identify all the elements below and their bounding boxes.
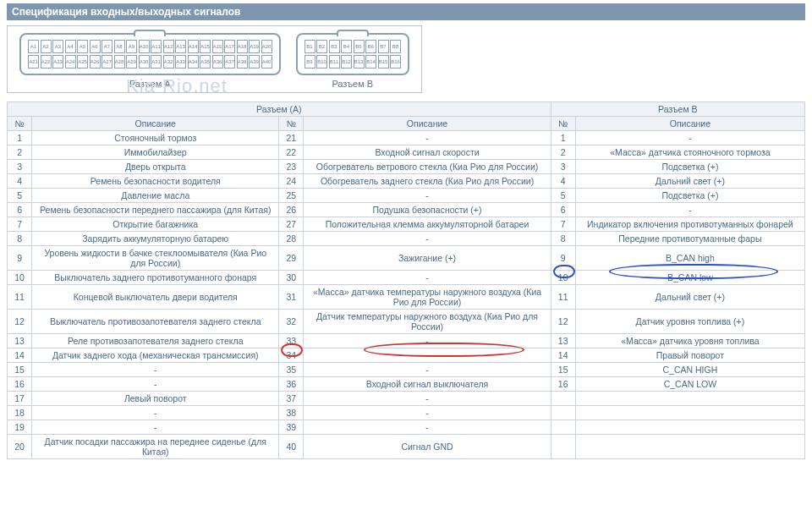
cell-b-desc: B_CAN low: [575, 271, 804, 285]
table-row: 12Выключатель противозапотевателя заднег…: [8, 310, 805, 334]
cell-b-desc: Передние противотуманные фары: [575, 232, 804, 246]
pin-b14: B14: [365, 55, 376, 69]
pin-a15: A15: [200, 40, 211, 53]
cell-a2-num: 28: [279, 232, 304, 246]
cell-a1-desc: Зарядить аккумуляторную батарею: [32, 232, 279, 246]
pin-a25: A25: [77, 55, 88, 69]
col-b-desc: Описание: [575, 117, 804, 131]
cell-a1-num: 18: [8, 406, 32, 420]
cell-b-num: [551, 420, 575, 435]
cell-a1-num: 14: [8, 348, 32, 363]
pin-b8: B8: [390, 40, 401, 53]
cell-a2-num: 21: [279, 131, 304, 145]
cell-a2-num: 32: [279, 310, 304, 334]
cell-b-num: 13: [551, 334, 575, 348]
cell-b-num: 5: [551, 189, 575, 203]
cell-a1-num: 4: [8, 174, 32, 189]
pin-a11: A11: [151, 40, 162, 53]
cell-b-num: 4: [551, 174, 575, 189]
cell-b-num: 6: [551, 203, 575, 217]
cell-a2-num: 40: [279, 435, 304, 459]
cell-a2-desc: Обогреватель заднего стекла (Киа Рио для…: [304, 174, 551, 189]
pin-a13: A13: [175, 40, 186, 53]
cell-a2-num: 24: [279, 174, 304, 189]
pin-a19: A19: [249, 40, 260, 53]
cell-a1-num: 3: [8, 160, 32, 174]
pin-b5: B5: [354, 40, 365, 53]
cell-a2-desc: Входной сигнал выключателя: [304, 377, 551, 392]
cell-a1-desc: -: [32, 363, 279, 377]
pin-a29: A29: [126, 55, 137, 69]
pin-a27: A27: [102, 55, 112, 69]
cell-b-num: 14: [551, 348, 575, 363]
cell-a2-desc: Зажигание (+): [304, 246, 551, 271]
cell-a2-desc: Положительная клемма аккумуляторной бата…: [304, 217, 551, 232]
cell-a2-num: 27: [279, 217, 304, 232]
page: Спецификация входных/выходных сигналов A…: [0, 0, 812, 463]
col-a1-num: №: [8, 117, 32, 131]
cell-b-desc: Подсветка (+): [575, 160, 804, 174]
table-row: 4Ремень безопасности водителя24Обогреват…: [8, 174, 805, 189]
cell-a2-desc: «Масса» датчика температуры наружного во…: [304, 285, 551, 310]
signal-spec-table: Разъем (А) Разъем В № Описание № Описани…: [7, 101, 805, 459]
cell-b-num: 12: [551, 310, 575, 334]
table-row: 14Датчик заднего хода (механическая тран…: [8, 348, 805, 363]
cell-b-desc: Дальний свет (+): [575, 174, 804, 189]
cell-a1-num: 17: [8, 392, 32, 406]
pin-a28: A28: [114, 55, 125, 69]
cell-a1-num: 11: [8, 285, 32, 310]
pin-a17: A17: [224, 40, 235, 53]
section-a-header: Разъем (А): [8, 102, 551, 117]
cell-b-num: 16: [551, 377, 575, 392]
table-row: 8Зарядить аккумуляторную батарею28-8Пере…: [8, 232, 805, 246]
cell-b-desc: «Масса» датчика стояночного тормоза: [575, 145, 804, 160]
cell-b-num: 8: [551, 232, 575, 246]
cell-a2-desc: -: [304, 131, 551, 145]
cell-b-num: [551, 406, 575, 420]
cell-a2-desc: -: [304, 334, 551, 348]
cell-a1-num: 7: [8, 217, 32, 232]
cell-a1-num: 8: [8, 232, 32, 246]
cell-b-num: 10: [551, 271, 575, 285]
cell-b-num: 3: [551, 160, 575, 174]
pin-a35: A35: [200, 55, 211, 69]
cell-a1-desc: Открытие багажника: [32, 217, 279, 232]
cell-a2-num: 30: [279, 271, 304, 285]
pin-a18: A18: [237, 40, 248, 53]
cell-b-num: 1: [551, 131, 575, 145]
cell-a1-desc: Давление масла: [32, 189, 279, 203]
cell-b-desc: [575, 420, 804, 435]
cell-a2-desc: Входной сигнал скорости: [304, 145, 551, 160]
cell-a1-desc: Иммобилайзер: [32, 145, 279, 160]
pin-a37: A37: [224, 55, 235, 69]
cell-b-desc: Индикатор включения противотуманных фона…: [575, 217, 804, 232]
pin-a16: A16: [212, 40, 223, 53]
table-row: 5Давление масла25-5Подсветка (+): [8, 189, 805, 203]
cell-a1-num: 9: [8, 246, 32, 271]
pin-a5: A5: [77, 40, 88, 53]
pin-a7: A7: [102, 40, 112, 53]
table-row: 9Уровень жидкости в бачке стеклоомывател…: [8, 246, 805, 271]
cell-a2-num: 34: [279, 348, 304, 363]
cell-a2-desc: -: [304, 420, 551, 435]
pin-a4: A4: [65, 40, 76, 53]
pin-a32: A32: [163, 55, 174, 69]
cell-a1-desc: -: [32, 377, 279, 392]
pin-a33: A33: [175, 55, 186, 69]
pin-b13: B13: [354, 55, 365, 69]
pin-a36: A36: [212, 55, 223, 69]
pin-b6: B6: [365, 40, 376, 53]
cell-a2-num: 37: [279, 392, 304, 406]
pin-a20: A20: [261, 40, 272, 53]
col-a2-desc: Описание: [304, 117, 551, 131]
cell-a2-desc: -: [304, 392, 551, 406]
cell-a2-num: 39: [279, 420, 304, 435]
table-row: 16-36Входной сигнал выключателя16C_CAN L…: [8, 377, 805, 392]
cell-a2-num: 31: [279, 285, 304, 310]
cell-a1-num: 1: [8, 131, 32, 145]
table-row: 20Датчик посадки пассажира на переднее с…: [8, 435, 805, 459]
section-b-header: Разъем В: [551, 102, 804, 117]
connector-diagram: A1A2A3A4A5A6A7A8A9A10A11A12A13A14A15A16A…: [7, 25, 422, 93]
cell-a1-num: 6: [8, 203, 32, 217]
table-row: 15-35-15C_CAN HIGH: [8, 363, 805, 377]
